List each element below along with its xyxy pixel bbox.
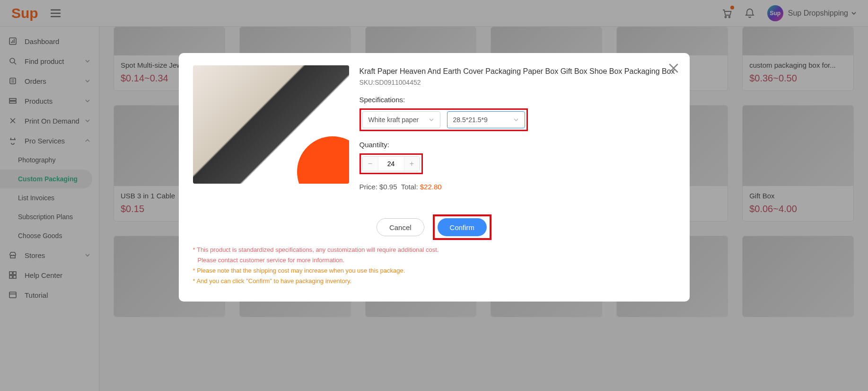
- packaging-modal: Kraft Paper Heaven And Earth Cover Packa…: [179, 53, 690, 302]
- qty-decrement-button[interactable]: −: [363, 157, 378, 171]
- close-icon[interactable]: [668, 62, 679, 74]
- qty-highlight: − +: [359, 153, 423, 174]
- spec-label: Specifications:: [359, 96, 675, 104]
- sku-label: SKU:: [359, 79, 375, 86]
- modal-product-image: [193, 65, 349, 184]
- modal-actions: Cancel Confirm: [193, 214, 675, 240]
- total-value: $22.80: [420, 183, 442, 191]
- chevron-down-icon: [429, 117, 434, 123]
- spec-material-value: White kraft paper: [368, 116, 419, 124]
- notice-line-3: * And you can click "Confirm" to have pa…: [193, 276, 675, 286]
- sku-value: SD0911004452: [375, 79, 421, 86]
- spec-selects-highlight: White kraft paper 28.5*21.5*9: [359, 108, 528, 131]
- notice-line-1b: Please contact customer service for more…: [198, 257, 345, 264]
- chevron-down-icon: [513, 117, 519, 123]
- qty-input[interactable]: [378, 157, 404, 171]
- notice-line-1a: * This product is standardized specifica…: [193, 246, 439, 253]
- spec-select-material[interactable]: White kraft paper: [362, 111, 440, 128]
- spec-select-size[interactable]: 28.5*21.5*9: [447, 111, 525, 128]
- modal-notices: * This product is standardized specifica…: [193, 245, 675, 286]
- qty-label: Quantilty:: [359, 141, 675, 149]
- quantity-stepper: − +: [362, 156, 420, 171]
- confirm-button[interactable]: Confirm: [438, 218, 487, 236]
- modal-price-line: Price: $0.95 Total: $22.80: [359, 183, 675, 191]
- confirm-highlight: Confirm: [433, 214, 492, 240]
- spec-size-value: 28.5*21.5*9: [453, 116, 488, 124]
- notice-line-2: * Please note that the shipping cost may…: [193, 266, 675, 276]
- total-label: Total:: [401, 183, 418, 191]
- price-value: $0.95: [379, 183, 397, 191]
- modal-sku: SKU:SD0911004452: [359, 79, 675, 86]
- cancel-button[interactable]: Cancel: [377, 218, 424, 236]
- qty-increment-button[interactable]: +: [404, 157, 420, 171]
- modal-overlay[interactable]: Kraft Paper Heaven And Earth Cover Packa…: [0, 0, 868, 391]
- price-label: Price:: [359, 183, 377, 191]
- modal-title: Kraft Paper Heaven And Earth Cover Packa…: [359, 67, 675, 76]
